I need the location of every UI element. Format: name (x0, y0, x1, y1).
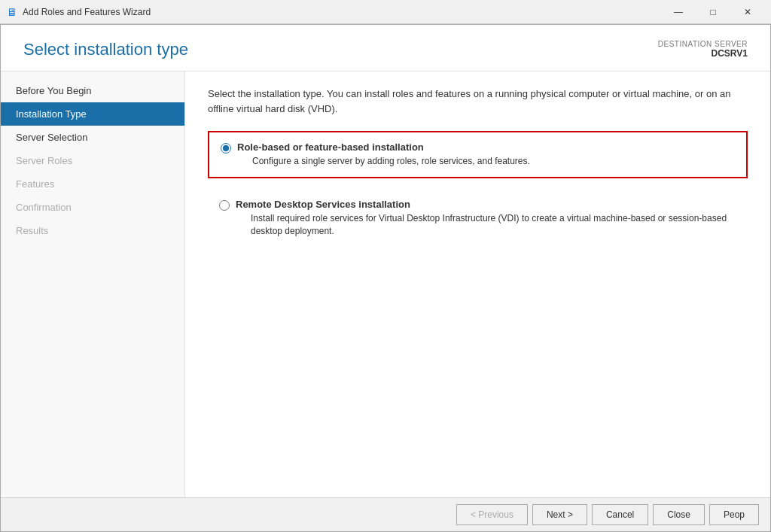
close-button[interactable]: ✕ (730, 0, 765, 24)
header: Select installation type DESTINATION SER… (1, 25, 770, 71)
close-button-footer[interactable]: Close (653, 504, 705, 525)
destination-server-info: DESTINATION SERVER DCSRV1 (658, 40, 748, 59)
remote-desktop-title: Remote Desktop Services installation (236, 199, 736, 210)
sidebar-item-results: Results (1, 219, 184, 242)
next-button[interactable]: Next > (532, 504, 587, 525)
sidebar: Before You Begin Installation Type Serve… (1, 71, 185, 497)
cancel-button[interactable]: Cancel (592, 504, 648, 525)
page-title: Select installation type (23, 40, 188, 59)
sidebar-item-before-you-begin[interactable]: Before You Begin (1, 79, 184, 102)
sidebar-item-server-selection[interactable]: Server Selection (1, 126, 184, 149)
sidebar-item-installation-type[interactable]: Installation Type (1, 102, 184, 126)
role-based-title: Role-based or feature-based installation (237, 141, 530, 153)
remote-desktop-option-content: Remote Desktop Services installation Ins… (236, 199, 736, 238)
previous-button[interactable]: < Previous (456, 504, 528, 525)
role-based-radio[interactable] (221, 143, 231, 154)
app-icon: 🖥 (6, 6, 18, 18)
content-description: Select the installation type. You can in… (208, 87, 748, 116)
role-based-option-label[interactable]: Role-based or feature-based installation… (221, 141, 735, 168)
footer: < Previous Next > Cancel Close Peop (1, 497, 770, 531)
sidebar-item-confirmation: Confirmation (1, 196, 184, 219)
role-based-option-box: Role-based or feature-based installation… (208, 131, 748, 178)
title-bar-title: Add Roles and Features Wizard (23, 7, 661, 17)
title-bar: 🖥 Add Roles and Features Wizard — □ ✕ (0, 0, 771, 24)
destination-server-name: DCSRV1 (658, 48, 748, 59)
destination-server-label: DESTINATION SERVER (658, 40, 748, 48)
sidebar-item-server-roles: Server Roles (1, 149, 184, 172)
sidebar-item-features: Features (1, 172, 184, 196)
remote-desktop-radio[interactable] (219, 200, 230, 211)
window-controls: — □ ✕ (661, 0, 765, 24)
main-window: Select installation type DESTINATION SER… (0, 24, 771, 532)
content-area: Select the installation type. You can in… (185, 71, 770, 497)
remote-desktop-desc: Install required role services for Virtu… (236, 212, 736, 238)
people-button[interactable]: Peop (709, 504, 759, 525)
minimize-button[interactable]: — (661, 0, 696, 24)
body: Before You Begin Installation Type Serve… (1, 71, 770, 497)
role-based-desc: Configure a single server by adding role… (237, 155, 530, 168)
role-based-option-content: Role-based or feature-based installation… (237, 141, 530, 168)
remote-desktop-option-label[interactable]: Remote Desktop Services installation Ins… (219, 199, 736, 238)
remote-desktop-option-box: Remote Desktop Services installation Ins… (208, 190, 748, 247)
maximize-button[interactable]: □ (696, 0, 730, 24)
